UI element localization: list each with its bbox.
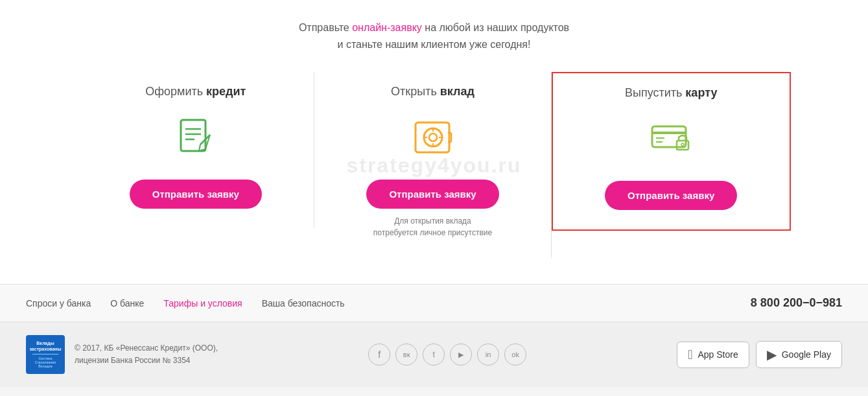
card-issue: Выпустить карту xyxy=(552,72,791,231)
svg-rect-0 xyxy=(181,120,205,151)
twitter-icon[interactable]: t xyxy=(423,344,445,366)
headline-plain1: Отправьте xyxy=(299,22,352,33)
footer-copyright: © 2017, КБ «Ренессанс Кредит» (ООО),лице… xyxy=(75,342,218,367)
card-submit-button[interactable]: Отправить заявку xyxy=(605,181,737,210)
headline-plain2: на любой из наших продуктов xyxy=(422,22,569,33)
footer-logo-area: Вкладызастрахованы СистемаСтрахованияВкл… xyxy=(26,335,218,374)
card-deposit-title: Открыть вклад xyxy=(391,85,475,99)
footer-phone: 8 800 200−0−981 xyxy=(751,296,842,310)
nav-tariffs[interactable]: Тарифы и условия xyxy=(163,298,242,309)
safe-icon xyxy=(407,111,459,163)
play-icon: ▶ xyxy=(767,347,777,362)
cards-container: strategy4you.ru Оформить кредит xyxy=(13,72,855,258)
cards-row: Оформить кредит Отправить xyxy=(78,72,791,258)
deposit-note: Для открытия вкладапотребуется личное пр… xyxy=(373,215,492,239)
deposit-submit-button[interactable]: Отправить заявку xyxy=(366,180,499,209)
app-buttons:  App Store ▶ Google Play xyxy=(677,341,842,368)
svg-point-7 xyxy=(429,134,437,141)
deposit-insurance-badge: Вкладызастрахованы СистемаСтрахованияВкл… xyxy=(26,335,65,374)
footer-bottom: Вкладызастрахованы СистемаСтрахованияВкл… xyxy=(0,321,868,387)
odnoklassniki-icon[interactable]: ok xyxy=(504,344,526,366)
google-play-button[interactable]: ▶ Google Play xyxy=(756,341,842,368)
vk-icon[interactable]: вк xyxy=(395,344,417,366)
app-store-label: App Store xyxy=(698,349,738,360)
google-play-label: Google Play xyxy=(782,349,831,360)
nav-about-bank[interactable]: О банке xyxy=(110,298,144,309)
card-lock-icon xyxy=(645,113,697,165)
card-credit-title: Оформить кредит xyxy=(145,85,246,99)
headline: Отправьте онлайн-заявку на любой из наши… xyxy=(13,19,855,52)
app-store-button[interactable]:  App Store xyxy=(677,342,749,368)
document-pen-icon xyxy=(170,111,222,163)
apple-icon:  xyxy=(688,347,692,362)
credit-submit-button[interactable]: Отправить заявку xyxy=(130,180,262,209)
card-credit: Оформить кредит Отправить xyxy=(78,72,315,228)
card-issue-title: Выпустить карту xyxy=(625,86,717,100)
headline-link[interactable]: онлайн-заявку xyxy=(352,22,422,33)
youtube-icon[interactable]: ▶ xyxy=(450,344,472,366)
nav-security[interactable]: Ваша безопасность xyxy=(262,298,345,309)
social-icons: f вк t ▶ in ok xyxy=(368,344,526,366)
main-section: Отправьте онлайн-заявку на любой из наши… xyxy=(0,0,868,284)
linkedin-icon[interactable]: in xyxy=(477,344,499,366)
headline-line2: и станьте нашим клиентом уже сегодня! xyxy=(338,39,531,50)
footer-nav-links: Спроси у банка О банке Тарифы и условия … xyxy=(26,298,345,309)
facebook-icon[interactable]: f xyxy=(368,344,390,366)
svg-point-20 xyxy=(681,143,684,146)
nav-ask-bank[interactable]: Спроси у банка xyxy=(26,298,91,309)
card-deposit: Открыть вклад xyxy=(314,72,552,258)
svg-rect-5 xyxy=(416,122,449,152)
footer-nav: Спроси у банка О банке Тарифы и условия … xyxy=(0,284,868,321)
